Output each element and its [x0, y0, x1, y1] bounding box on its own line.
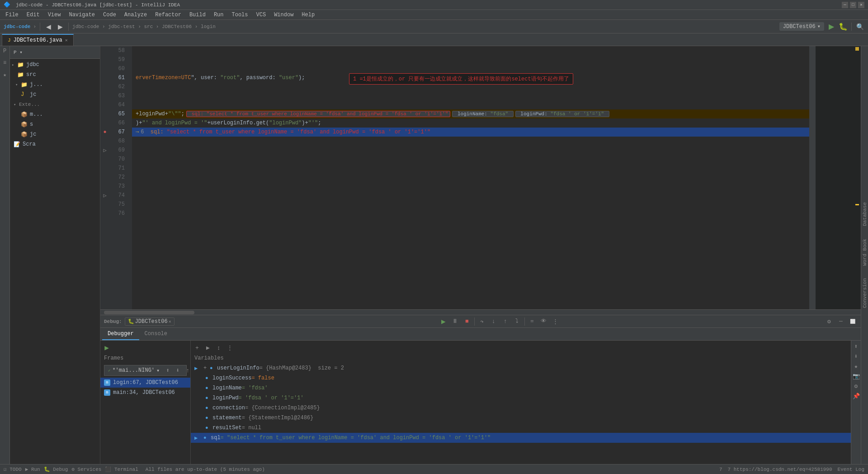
menu-vcs[interactable]: VCS — [253, 11, 270, 19]
services-btn[interactable]: ⚙ Services — [71, 466, 101, 472]
menu-view[interactable]: View — [44, 11, 65, 19]
project-sidebar-icon[interactable]: P — [1, 48, 9, 56]
tree-item-jdbc2[interactable]: ▾ 📁 j... — [10, 80, 100, 90]
database-label[interactable]: Database — [861, 200, 868, 228]
variables-toolbar: + ▶ ↕ ⋮ — [191, 342, 851, 353]
horizontal-scrollbar[interactable] — [100, 309, 861, 315]
console-tab[interactable]: Console — [139, 328, 173, 340]
add-watch-btn[interactable]: + — [193, 343, 202, 352]
step-over-button[interactable]: ↷ — [477, 317, 486, 326]
var-value-sql: = "select * from t_user where loginName … — [221, 435, 491, 441]
debug-status-btn[interactable]: 🐛 Debug — [44, 466, 68, 472]
debug-button[interactable]: 🐛 — [839, 22, 848, 31]
var-item-connection[interactable]: ● connection = {ConnectionImpl@2485} — [191, 403, 851, 413]
menu-navigate[interactable]: Navigate — [65, 11, 99, 19]
var-filter-btn[interactable]: ▶ — [203, 343, 212, 352]
todo-btn[interactable]: ☑ TODO — [4, 466, 22, 472]
maximize-panel-button[interactable]: ⬜ — [848, 317, 857, 326]
maximize-button[interactable]: □ — [850, 2, 856, 8]
run-to-cursor-button[interactable]: ⤵ — [513, 317, 522, 326]
pause-button[interactable]: ⏸ — [451, 317, 460, 326]
forward-button[interactable]: ▶ — [56, 22, 65, 31]
project-name-label[interactable]: jdbc-code — [4, 24, 30, 29]
menu-edit[interactable]: Edit — [23, 11, 43, 19]
menu-file[interactable]: File — [2, 11, 22, 19]
stop-button[interactable]: ■ — [462, 317, 472, 326]
watches-button[interactable]: 👁 — [539, 317, 548, 326]
step-out-button[interactable]: ↑ — [501, 317, 510, 326]
structure-sidebar-icon[interactable]: ≡ — [1, 60, 9, 68]
h-scroll-thumb[interactable] — [104, 311, 194, 314]
var-item-statement[interactable]: ● statement = {StatementImpl@2486} — [191, 413, 851, 423]
var-item-resultset[interactable]: ● resultSet = null — [191, 423, 851, 433]
minimize-button[interactable]: ─ — [842, 2, 848, 8]
menu-help[interactable]: Help — [298, 11, 318, 19]
evaluate-button[interactable]: = — [528, 317, 537, 326]
debug-side-btn4[interactable]: 📷 — [852, 372, 860, 380]
tree-item-class1[interactable]: J jc — [10, 90, 100, 100]
tab-close-button[interactable]: ✕ — [65, 38, 68, 43]
favorites-sidebar-icon[interactable]: ★ — [1, 71, 9, 80]
vertical-scrollbar[interactable] — [809, 46, 816, 309]
event-log-btn[interactable]: Event Log — [838, 467, 864, 472]
debug-side-btn5[interactable]: ⚙ — [852, 382, 860, 390]
menu-run[interactable]: Run — [210, 11, 227, 19]
close-button[interactable]: ✕ — [858, 2, 864, 8]
editor-tab-jdbctest06[interactable]: J JDBCTest06.java ✕ — [2, 34, 74, 46]
conversion-label[interactable]: Conversion — [861, 276, 868, 310]
thread-dropdown[interactable]: ✓ *'mai...NING' ▾ ⬆ ⬇ ↑ — [104, 365, 187, 376]
back-button[interactable]: ◀ — [44, 22, 53, 31]
var-item-userlogininfo[interactable]: ▶ + ● userLoginInfo = {HashMap@2483} siz… — [191, 363, 851, 373]
debug-side-btn2[interactable]: ⬇ — [852, 352, 860, 360]
debug-side-btn6[interactable]: 📌 — [852, 392, 860, 400]
more-button[interactable]: ⋮ — [551, 317, 560, 326]
menu-analyze[interactable]: Analyze — [121, 11, 151, 19]
var-item-loginpwd[interactable]: ● loginPwd = 'fdsa ' or '1'='1' — [191, 393, 851, 403]
menu-refactor[interactable]: Refactor — [151, 11, 185, 19]
line-numbers: 58 59 60 61 62 63 64 65 66 67 68 69 70 7… — [109, 46, 132, 309]
terminal-btn[interactable]: ⬛ Terminal — [105, 466, 138, 472]
tree-item-m[interactable]: 📦 m... — [10, 109, 100, 119]
search-everywhere-button[interactable]: 🔍 — [855, 22, 864, 31]
var-sort-btn[interactable]: ↕ — [214, 343, 223, 352]
tree-item-external[interactable]: ▾ Exte... — [10, 100, 100, 109]
gutter-row-69: ▷ — [100, 146, 109, 155]
run-btn[interactable]: ▶ Run — [25, 466, 40, 472]
title-bar-controls[interactable]: ─ □ ✕ — [842, 2, 864, 8]
var-item-loginname[interactable]: ● loginName = 'fdsa' — [191, 383, 851, 393]
var-item-sql[interactable]: ▶ ● sql = "select * from t_user where lo… — [191, 433, 851, 443]
debugger-tab[interactable]: Debugger — [102, 328, 139, 340]
frame-down-btn[interactable]: ⬇ — [173, 366, 182, 375]
code-lines[interactable]: 1 =1是恒成立的，or 只要有一边成立就成立，这样就导致前面的select语句… — [132, 46, 809, 309]
menu-tools[interactable]: Tools — [228, 11, 252, 19]
frame-item-login[interactable]: m login:67, JDBCTest06 — [100, 378, 190, 388]
resume-frames-btn[interactable]: ▶ — [102, 343, 111, 352]
run-button[interactable]: ▶ — [827, 22, 836, 31]
var-settings-btn[interactable]: ⋮ — [225, 343, 234, 352]
menu-window[interactable]: Window — [270, 11, 297, 19]
frame-item-main[interactable]: m main:34, JDBCTest06 — [100, 388, 190, 398]
debug-side-btn1[interactable]: ⬆ — [852, 342, 860, 351]
tree-item-jdbc[interactable]: ▸ 📁 jdbc — [10, 60, 100, 70]
resume-button[interactable]: ▶ — [439, 317, 448, 326]
debug-tab-close-icon[interactable]: ✕ — [169, 319, 171, 324]
debug-tab-selector[interactable]: 🐛 JDBCTest06 ✕ — [125, 318, 175, 326]
debug-side-btn3[interactable]: ★ — [852, 362, 860, 370]
folder-icon3: 📁 — [21, 81, 28, 88]
menu-code[interactable]: Code — [99, 11, 120, 19]
hide-panel-button[interactable]: ─ — [836, 317, 845, 326]
tree-item-s[interactable]: 📦 s — [10, 119, 100, 129]
frame-up-btn[interactable]: ↑ — [183, 366, 191, 375]
tree-item-jc[interactable]: 📦 jc — [10, 129, 100, 139]
menu-build[interactable]: Build — [186, 11, 209, 19]
settings-button[interactable]: ⚙ — [825, 317, 834, 326]
frame-filter-btn[interactable]: ⬆ — [163, 366, 172, 375]
debugger-tab-label: Debugger — [108, 331, 134, 337]
run-config-selector[interactable]: JDBCTest06 ▾ — [779, 22, 824, 31]
word-book-label[interactable]: Word Book — [861, 237, 868, 267]
tree-item-src[interactable]: 📁 src — [10, 70, 100, 80]
tree-item-scra[interactable]: 📝 Scra — [10, 139, 100, 149]
step-into-button[interactable]: ↓ — [489, 317, 498, 326]
line-num-65: 65 — [109, 109, 128, 118]
var-item-loginsuccess[interactable]: ● loginSuccess = false — [191, 373, 851, 383]
